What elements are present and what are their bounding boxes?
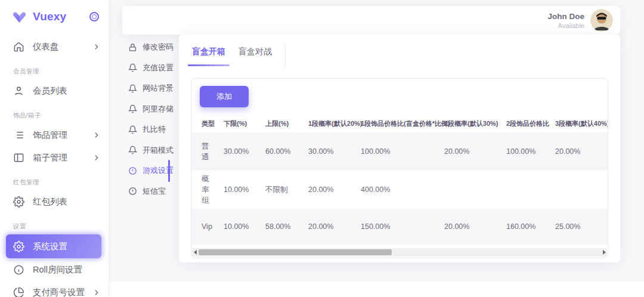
settings-menu-label: 充值设置 <box>143 63 174 73</box>
alert-circle-icon <box>128 187 137 196</box>
tabs-divider <box>285 44 286 67</box>
settings-menu-item-recharge[interactable]: 充值设置 <box>109 58 179 79</box>
pie-chart-icon <box>13 286 25 297</box>
layout-box-icon <box>13 151 25 163</box>
avatar[interactable] <box>590 9 613 32</box>
cell: 400.00% <box>356 171 439 209</box>
col-header: 1段饰品价格比(盲盒价格*比例) <box>356 115 439 132</box>
sidebar-item-label: Roll房间设置 <box>33 264 82 276</box>
cell: 58.00% <box>261 209 304 245</box>
list-icon <box>13 129 25 141</box>
bottom-strip <box>109 281 644 297</box>
sidebar-item-roll-room-settings[interactable]: Roll房间设置 <box>0 258 109 281</box>
scroll-left-icon[interactable] <box>192 248 198 256</box>
cell: 30.00% <box>219 132 261 171</box>
chevron-right-icon <box>92 131 100 139</box>
settings-menu: 修改密码 充值设置 网站背景 阿里存储 <box>109 37 179 202</box>
cell: 160.00% <box>501 209 550 245</box>
sidebar-item-decoration-manage[interactable]: 饰品管理 <box>0 123 109 146</box>
settings-menu-item-game-settings[interactable]: 游戏设置 <box>109 160 179 181</box>
settings-menu-item-zhabite[interactable]: 扎比特 <box>109 119 179 140</box>
cell: 100.00% <box>356 132 439 171</box>
col-header: 3段概率(默认40%) <box>550 115 608 132</box>
settings-menu-item-change-password[interactable]: 修改密码 <box>109 37 179 58</box>
sidebar-item-system-settings[interactable]: 系统设置 <box>6 234 101 258</box>
button-row: 添加 <box>191 79 608 115</box>
lock-icon <box>128 43 137 52</box>
sidebar-item-redpacket-list[interactable]: 红包列表 <box>0 190 109 213</box>
settings-menu-item-sms-bao[interactable]: 短信宝 <box>109 181 179 202</box>
settings-menu-item-unbox-mode[interactable]: 开箱模式 <box>109 140 179 161</box>
cell: 30.00% <box>304 132 356 171</box>
table-row: 概率组 10.00% 不限制 20.00% 400.00% <box>191 171 608 209</box>
settings-menu-label: 短信宝 <box>143 186 166 197</box>
col-header: 上限(%) <box>261 115 304 132</box>
sidebar-item-label: 系统设置 <box>33 241 67 252</box>
scrollbar-track[interactable] <box>198 249 601 255</box>
settings-menu-label: 开箱模式 <box>143 145 174 156</box>
info-circle-icon <box>13 264 25 276</box>
sidebar-item-label: 会员列表 <box>33 85 67 97</box>
cell <box>439 171 501 209</box>
cell: 10.00% <box>219 209 261 245</box>
scrollbar-thumb[interactable] <box>199 249 392 255</box>
tab-blindbox-battle[interactable]: 盲盒对战 <box>239 45 272 66</box>
horizontal-scrollbar <box>192 248 607 256</box>
cell: 10.00% <box>219 171 261 209</box>
settings-menu-label: 阿里存储 <box>143 104 174 115</box>
gear-icon <box>13 240 25 252</box>
content-region: John Doe Available <box>109 0 644 297</box>
table-row: Vip 10.00% 58.00% 20.00% 150.00% 20.00% … <box>191 209 608 245</box>
cell: 25.00% <box>550 209 608 245</box>
tabs-row: 盲盒开箱 盲盒对战 <box>179 35 620 67</box>
scroll-right-icon[interactable] <box>601 248 607 256</box>
sidebar-item-label: 饰品管理 <box>33 129 67 141</box>
col-header: 2段饰品价格比 <box>501 115 550 132</box>
sidebar-nav: 仪表盘 会员管理 会员列表 饰品/箱子 饰品管理 <box>0 32 109 297</box>
cell: 20.00% <box>304 209 356 245</box>
chevron-right-icon <box>92 154 100 162</box>
cell: 20.00% <box>439 209 501 245</box>
user-name: John Doe <box>547 12 584 21</box>
add-button[interactable]: 添加 <box>200 86 249 107</box>
tab-blindbox-open[interactable]: 盲盒开箱 <box>192 45 225 66</box>
cell: 普通 <box>191 132 219 171</box>
sidebar-item-payment-merchant-settings[interactable]: 支付商号设置 <box>0 281 109 297</box>
sidebar-item-dashboard[interactable]: 仪表盘 <box>0 35 109 58</box>
app-root: Vuexy 仪表盘 会员管理 会员列表 饰品/箱子 <box>0 0 644 297</box>
col-header: 1段概率(默认20%) <box>304 115 356 132</box>
bell-icon <box>128 104 137 113</box>
sidebar-item-box-manage[interactable]: 箱子管理 <box>0 146 109 169</box>
sidebar-item-member-list[interactable]: 会员列表 <box>0 79 109 102</box>
chevron-right-icon <box>92 289 100 296</box>
bell-icon <box>128 63 137 72</box>
cell: Vip <box>191 209 219 245</box>
sidebar-section-items-boxes: 饰品/箱子 <box>0 102 109 123</box>
sidebar-item-label: 箱子管理 <box>33 152 67 163</box>
sidebar-section-members: 会员管理 <box>0 58 109 79</box>
sidebar-section-redpacket: 红包管理 <box>0 169 109 190</box>
sidebar-item-label: 红包列表 <box>33 196 67 208</box>
brand-name: Vuexy <box>33 10 89 23</box>
alert-circle-icon <box>128 166 137 175</box>
settings-menu-item-site-background[interactable]: 网站背景 <box>109 78 179 99</box>
settings-menu-label: 网站背景 <box>143 83 174 94</box>
cell: 20.00% <box>304 171 356 209</box>
table-header-row: 类型 下限(%) 上限(%) 1段概率(默认20%) 1段饰品价格比(盲盒价格*… <box>191 115 608 132</box>
sidebar-item-label: 支付商号设置 <box>33 287 85 297</box>
gear-icon <box>13 196 25 208</box>
settings-menu-item-ali-storage[interactable]: 阿里存储 <box>109 99 179 120</box>
user-icon <box>13 85 25 97</box>
settings-menu-label: 扎比特 <box>143 124 166 135</box>
table-panel: 添加 类型 下限(%) 上限(%) 1段概率(默认20%) 1段饰品价格比(盲 <box>191 78 608 258</box>
table-row: 普通 30.00% 60.00% 30.00% 100.00% 20.00% 1… <box>191 132 608 171</box>
logo-row: Vuexy <box>0 0 109 32</box>
user-menu[interactable]: John Doe Available <box>547 9 613 32</box>
sidebar-collapse-toggle-icon[interactable] <box>89 12 99 21</box>
col-header: 类型 <box>191 115 219 132</box>
sidebar-section-settings: 设置 <box>0 213 109 234</box>
bell-icon <box>128 146 137 154</box>
bell-icon <box>128 84 137 93</box>
top-header-bar: John Doe Available <box>122 6 620 35</box>
cell: 150.00% <box>356 209 439 245</box>
